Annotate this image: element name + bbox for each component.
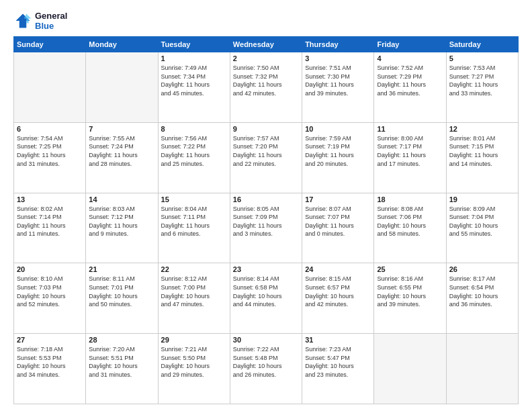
- day-info: Sunrise: 7:54 AMSunset: 7:25 PMDaylight:…: [17, 134, 83, 168]
- day-number: 18: [377, 195, 443, 203]
- calendar-cell: 11Sunrise: 8:00 AMSunset: 7:17 PMDayligh…: [374, 122, 446, 193]
- day-info: Sunrise: 8:02 AMSunset: 7:14 PMDaylight:…: [17, 205, 83, 238]
- day-number: 16: [233, 195, 299, 203]
- day-number: 5: [449, 54, 515, 62]
- day-info: Sunrise: 7:57 AMSunset: 7:20 PMDaylight:…: [233, 134, 299, 168]
- day-number: 19: [449, 195, 515, 203]
- day-info: Sunrise: 7:56 AMSunset: 7:22 PMDaylight:…: [161, 134, 227, 168]
- day-info: Sunrise: 8:01 AMSunset: 7:15 PMDaylight:…: [449, 134, 515, 168]
- calendar-cell: 4Sunrise: 7:52 AMSunset: 7:29 PMDaylight…: [374, 52, 446, 123]
- calendar-cell: 28Sunrise: 7:20 AMSunset: 5:51 PMDayligh…: [86, 334, 158, 404]
- calendar-cell: 7Sunrise: 7:55 AMSunset: 7:24 PMDaylight…: [86, 122, 158, 193]
- calendar-week-2: 13Sunrise: 8:02 AMSunset: 7:14 PMDayligh…: [14, 193, 519, 263]
- day-header-saturday: Saturday: [446, 37, 518, 52]
- calendar-cell: 10Sunrise: 7:59 AMSunset: 7:19 PMDayligh…: [302, 122, 374, 193]
- day-info: Sunrise: 8:15 AMSunset: 6:57 PMDaylight:…: [305, 275, 371, 308]
- day-info: Sunrise: 8:03 AMSunset: 7:12 PMDaylight:…: [89, 205, 154, 238]
- calendar-cell: [446, 334, 518, 404]
- day-header-monday: Monday: [86, 37, 158, 52]
- calendar-header-row: SundayMondayTuesdayWednesdayThursdayFrid…: [14, 37, 519, 52]
- calendar-cell: 26Sunrise: 8:17 AMSunset: 6:54 PMDayligh…: [446, 263, 518, 334]
- calendar-cell: 18Sunrise: 8:08 AMSunset: 7:06 PMDayligh…: [374, 193, 446, 263]
- day-number: 12: [449, 125, 515, 133]
- day-number: 24: [305, 265, 371, 273]
- calendar-cell: 13Sunrise: 8:02 AMSunset: 7:14 PMDayligh…: [14, 193, 86, 263]
- calendar-week-1: 6Sunrise: 7:54 AMSunset: 7:25 PMDaylight…: [14, 122, 519, 193]
- day-number: 7: [89, 125, 154, 133]
- calendar-week-4: 27Sunrise: 7:18 AMSunset: 5:53 PMDayligh…: [14, 334, 519, 404]
- header: General Blue: [13, 11, 519, 31]
- day-header-thursday: Thursday: [302, 37, 374, 52]
- day-info: Sunrise: 7:55 AMSunset: 7:24 PMDaylight:…: [89, 134, 154, 168]
- day-info: Sunrise: 8:04 AMSunset: 7:11 PMDaylight:…: [161, 205, 227, 238]
- day-header-friday: Friday: [374, 37, 446, 52]
- day-number: 8: [161, 125, 227, 133]
- day-info: Sunrise: 8:16 AMSunset: 6:55 PMDaylight:…: [377, 275, 443, 308]
- calendar-cell: 6Sunrise: 7:54 AMSunset: 7:25 PMDaylight…: [14, 122, 86, 193]
- day-info: Sunrise: 7:53 AMSunset: 7:27 PMDaylight:…: [449, 64, 515, 97]
- day-info: Sunrise: 8:10 AMSunset: 7:03 PMDaylight:…: [17, 275, 83, 308]
- calendar-cell: 20Sunrise: 8:10 AMSunset: 7:03 PMDayligh…: [14, 263, 86, 334]
- calendar-cell: 22Sunrise: 8:12 AMSunset: 7:00 PMDayligh…: [158, 263, 230, 334]
- calendar-week-3: 20Sunrise: 8:10 AMSunset: 7:03 PMDayligh…: [14, 263, 519, 334]
- calendar-cell: 14Sunrise: 8:03 AMSunset: 7:12 PMDayligh…: [86, 193, 158, 263]
- day-header-wednesday: Wednesday: [230, 37, 302, 52]
- day-number: 13: [17, 195, 83, 203]
- calendar-cell: 8Sunrise: 7:56 AMSunset: 7:22 PMDaylight…: [158, 122, 230, 193]
- day-number: 15: [161, 195, 227, 203]
- day-info: Sunrise: 7:52 AMSunset: 7:29 PMDaylight:…: [377, 64, 443, 97]
- calendar-cell: 19Sunrise: 8:09 AMSunset: 7:04 PMDayligh…: [446, 193, 518, 263]
- calendar-cell: 31Sunrise: 7:23 AMSunset: 5:47 PMDayligh…: [302, 334, 374, 404]
- day-info: Sunrise: 8:09 AMSunset: 7:04 PMDaylight:…: [449, 205, 515, 238]
- day-info: Sunrise: 8:17 AMSunset: 6:54 PMDaylight:…: [449, 275, 515, 308]
- calendar-cell: [14, 52, 86, 123]
- day-number: 1: [161, 54, 227, 62]
- day-number: 20: [17, 265, 83, 273]
- calendar-week-0: 1Sunrise: 7:49 AMSunset: 7:34 PMDaylight…: [14, 52, 519, 123]
- day-info: Sunrise: 7:18 AMSunset: 5:53 PMDaylight:…: [17, 345, 83, 379]
- day-number: 27: [17, 336, 83, 344]
- day-info: Sunrise: 8:14 AMSunset: 6:58 PMDaylight:…: [233, 275, 299, 308]
- day-number: 22: [161, 265, 227, 273]
- calendar-cell: 12Sunrise: 8:01 AMSunset: 7:15 PMDayligh…: [446, 122, 518, 193]
- day-info: Sunrise: 7:59 AMSunset: 7:19 PMDaylight:…: [305, 134, 371, 168]
- calendar-cell: 27Sunrise: 7:18 AMSunset: 5:53 PMDayligh…: [14, 334, 86, 404]
- day-number: 31: [305, 336, 371, 344]
- day-header-tuesday: Tuesday: [158, 37, 230, 52]
- day-info: Sunrise: 8:00 AMSunset: 7:17 PMDaylight:…: [377, 134, 443, 168]
- logo-icon: [13, 11, 32, 30]
- day-number: 25: [377, 265, 443, 273]
- day-number: 3: [305, 54, 371, 62]
- day-info: Sunrise: 7:23 AMSunset: 5:47 PMDaylight:…: [305, 345, 371, 379]
- day-number: 29: [161, 336, 227, 344]
- calendar-cell: 17Sunrise: 8:07 AMSunset: 7:07 PMDayligh…: [302, 193, 374, 263]
- day-number: 9: [233, 125, 299, 133]
- day-info: Sunrise: 7:21 AMSunset: 5:50 PMDaylight:…: [161, 345, 227, 379]
- day-info: Sunrise: 8:07 AMSunset: 7:07 PMDaylight:…: [305, 205, 371, 238]
- day-info: Sunrise: 8:12 AMSunset: 7:00 PMDaylight:…: [161, 275, 227, 308]
- calendar-cell: [86, 52, 158, 123]
- day-number: 14: [89, 195, 154, 203]
- calendar-cell: 9Sunrise: 7:57 AMSunset: 7:20 PMDaylight…: [230, 122, 302, 193]
- day-info: Sunrise: 8:08 AMSunset: 7:06 PMDaylight:…: [377, 205, 443, 238]
- calendar-cell: 1Sunrise: 7:49 AMSunset: 7:34 PMDaylight…: [158, 52, 230, 123]
- day-number: 11: [377, 125, 443, 133]
- day-info: Sunrise: 7:51 AMSunset: 7:30 PMDaylight:…: [305, 64, 371, 97]
- day-number: 17: [305, 195, 371, 203]
- day-info: Sunrise: 7:22 AMSunset: 5:48 PMDaylight:…: [233, 345, 299, 379]
- calendar-cell: 30Sunrise: 7:22 AMSunset: 5:48 PMDayligh…: [230, 334, 302, 404]
- day-info: Sunrise: 8:11 AMSunset: 7:01 PMDaylight:…: [89, 275, 154, 308]
- logo: General Blue: [13, 11, 67, 31]
- day-number: 10: [305, 125, 371, 133]
- day-number: 6: [17, 125, 83, 133]
- calendar-table: SundayMondayTuesdayWednesdayThursdayFrid…: [13, 36, 519, 404]
- calendar-cell: 15Sunrise: 8:04 AMSunset: 7:11 PMDayligh…: [158, 193, 230, 263]
- day-number: 21: [89, 265, 154, 273]
- calendar-cell: 16Sunrise: 8:05 AMSunset: 7:09 PMDayligh…: [230, 193, 302, 263]
- day-number: 30: [233, 336, 299, 344]
- page: General Blue SundayMondayTuesdayWednesda…: [0, 0, 532, 411]
- day-number: 26: [449, 265, 515, 273]
- day-info: Sunrise: 7:50 AMSunset: 7:32 PMDaylight:…: [233, 64, 299, 97]
- day-info: Sunrise: 8:05 AMSunset: 7:09 PMDaylight:…: [233, 205, 299, 238]
- day-header-sunday: Sunday: [14, 37, 86, 52]
